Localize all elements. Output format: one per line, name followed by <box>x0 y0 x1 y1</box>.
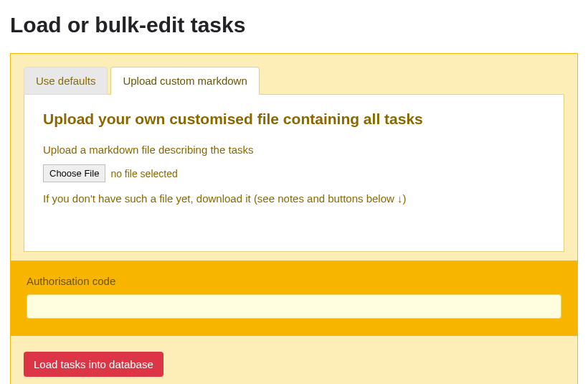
submit-row: Load tasks into database <box>24 352 564 377</box>
load-tasks-button[interactable]: Load tasks into database <box>24 352 163 377</box>
upload-description: Upload a markdown file describing the ta… <box>43 144 545 156</box>
file-status-text: no file selected <box>110 168 177 179</box>
choose-file-button[interactable]: Choose File <box>43 164 105 182</box>
tabs-row: Use defaults Upload custom markdown <box>24 67 564 95</box>
auth-label: Authorisation code <box>27 275 561 287</box>
file-input-row: Choose File no file selected <box>43 164 545 182</box>
page-title: Load or bulk-edit tasks <box>10 13 578 37</box>
tab-upload-custom-markdown[interactable]: Upload custom markdown <box>110 67 259 95</box>
download-note: If you don't have such a file yet, downl… <box>43 192 545 205</box>
tab-content-upload: Upload your own customised file containi… <box>24 94 564 252</box>
tab-use-defaults[interactable]: Use defaults <box>24 67 108 95</box>
upload-heading: Upload your own customised file containi… <box>43 111 545 128</box>
tasks-panel: Use defaults Upload custom markdown Uplo… <box>10 53 578 384</box>
auth-section: Authorisation code <box>11 261 577 336</box>
auth-code-input[interactable] <box>27 294 561 319</box>
